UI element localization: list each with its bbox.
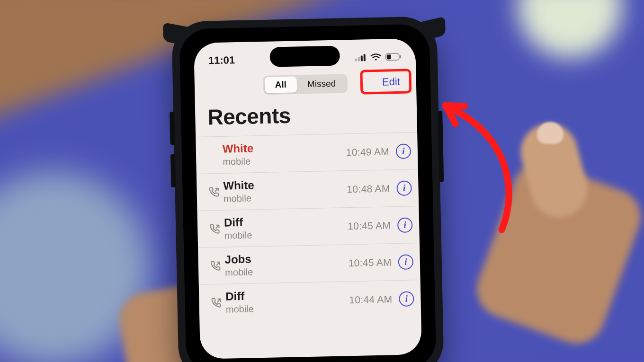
caller-label: mobile [223,154,344,167]
dynamic-island [269,46,340,67]
info-icon[interactable]: i [398,254,414,270]
call-time: 10:48 AM [347,183,390,195]
page-title: Recents [195,95,418,137]
edit-button[interactable]: Edit [376,73,406,91]
status-time: 11:01 [208,54,235,67]
info-icon[interactable]: i [397,217,413,233]
caller-name: White [223,177,345,192]
outgoing-call-icon [209,260,223,271]
battery-icon [385,53,402,61]
call-row[interactable]: Jobsmobile10:45 AMi [198,243,420,284]
filter-segmented-control[interactable]: All Missed [263,74,348,95]
volume-up-button [170,112,175,145]
caller-label: mobile [226,301,348,315]
svg-rect-2 [361,56,363,62]
caller-label: mobile [224,228,346,241]
svg-rect-1 [358,57,360,62]
caller-name: White [222,140,344,155]
call-row[interactable]: Diffmobile10:45 AMi [197,206,420,247]
call-time: 10:49 AM [346,146,390,158]
caller-label: mobile [225,265,347,278]
caller-name: Diff [224,213,346,229]
volume-down-button [170,154,176,187]
svg-rect-6 [400,55,401,58]
outgoing-call-icon [209,297,224,308]
screen: 11:01 All Missed [194,38,422,359]
outgoing-call-icon [208,223,222,234]
caller-label: mobile [224,191,345,204]
segment-all[interactable]: All [264,76,297,93]
call-row[interactable]: Whitemobile10:49 AMi [196,132,418,174]
call-row[interactable]: Diffmobile10:44 AMi [199,280,421,321]
call-row[interactable]: Whitemobile10:48 AMi [197,169,419,211]
caller-name: Diff [225,287,347,303]
svg-rect-7 [387,54,391,59]
outgoing-call-icon [206,155,221,155]
nav-bar: All Missed Edit [194,69,416,100]
info-icon[interactable]: i [396,180,412,196]
info-icon[interactable]: i [399,291,414,307]
iphone: 11:01 All Missed [171,16,444,362]
outgoing-call-icon [207,186,221,197]
svg-rect-0 [355,59,357,62]
svg-point-4 [375,59,377,61]
thumbnail [537,122,564,144]
call-time: 10:44 AM [349,293,393,306]
info-icon[interactable]: i [396,143,411,159]
call-time: 10:45 AM [348,256,392,269]
call-time: 10:45 AM [348,220,391,232]
wifi-icon [370,53,382,61]
phone-bezel: 11:01 All Missed [179,24,436,362]
cellular-icon [355,53,367,61]
segment-missed[interactable]: Missed [297,75,347,92]
svg-rect-3 [364,54,366,61]
recents-list[interactable]: Whitemobile10:49 AMiWhitemobile10:48 AMi… [196,132,421,321]
caller-name: Jobs [224,250,346,266]
